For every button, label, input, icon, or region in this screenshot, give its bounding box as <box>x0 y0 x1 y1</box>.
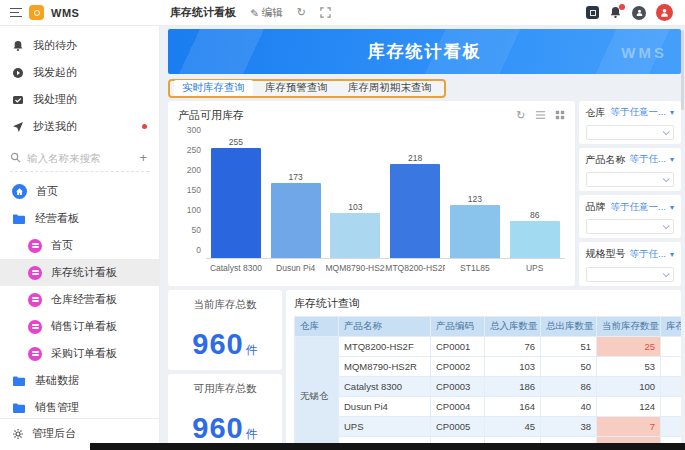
chart-title: 产品可用库存 <box>178 108 516 123</box>
stat-label: 当前库存总数 <box>168 298 282 312</box>
inventory-stats-table-card: 库存统计查询 仓库 产品名称 产品编码 总入库数量 总出库数量 当前库存数量 库… <box>286 290 681 450</box>
page-title: 库存统计看板 <box>170 5 236 20</box>
filter-operator[interactable]: 等于任... <box>630 248 666 261</box>
col-total-in[interactable]: 总入库数量 <box>485 316 541 336</box>
bell-icon <box>12 40 24 52</box>
topbar-left: WMS <box>0 5 160 20</box>
col-product-name[interactable]: 产品名称 <box>339 316 431 336</box>
stat-unit: 件 <box>246 427 258 441</box>
topbar: WMS 库存统计看板 ✎ 编辑 ↻ <box>0 0 685 26</box>
tab-realtime-inventory[interactable]: 实时库存查询 <box>174 80 253 96</box>
admin-console-label: 管理后台 <box>32 426 76 441</box>
col-current-stock[interactable]: 当前库存数量 <box>597 316 661 336</box>
filter-operator[interactable]: 等于任意一... <box>610 106 666 119</box>
app-logo-icon[interactable] <box>29 5 44 20</box>
bar-chart: 300250 200150 10050 0 255 173 103 218 12… <box>178 129 565 260</box>
filter-select[interactable] <box>586 219 674 234</box>
fullscreen-icon[interactable] <box>320 7 331 18</box>
filter-select[interactable] <box>586 267 674 282</box>
filter-select[interactable] <box>586 125 674 140</box>
x-axis-labels: Catalyst 8300Dusun Pi4 MQM8790-HS2RMTQ82… <box>206 260 565 273</box>
banner-title: 库存统计看板 <box>368 40 482 63</box>
apps-icon[interactable] <box>586 6 599 19</box>
caret-down-icon[interactable]: ▾ <box>670 250 674 259</box>
sidebar-item-label: 采购订单看板 <box>51 346 117 361</box>
sidebar-item-inventory-stats-dashboard[interactable]: 库存统计看板 <box>0 259 159 286</box>
sidebar-group-label: 销售管理 <box>35 400 79 415</box>
user-avatar[interactable] <box>656 4 673 21</box>
task-icon <box>12 94 24 106</box>
add-icon[interactable]: + <box>139 150 149 165</box>
sidebar-item-label: 我发起的 <box>33 65 147 80</box>
chevron-down-icon <box>663 223 670 230</box>
table-row[interactable]: Catalyst 8300 CP0003 186 86 100 0 <box>295 376 682 396</box>
sidebar-group-dashboards[interactable]: 经营看板 <box>0 205 159 232</box>
sidebar-item-initiated-by-me[interactable]: 我发起的 <box>0 59 159 86</box>
refresh-icon[interactable]: ↻ <box>297 7 306 18</box>
chart-bar[interactable] <box>330 213 380 257</box>
chart-bar[interactable] <box>271 183 321 257</box>
y-axis: 300250 200150 10050 0 <box>178 125 206 256</box>
filter-operator[interactable]: 等于任... <box>630 153 666 166</box>
tab-inventory-warning[interactable]: 库存预警查询 <box>257 80 336 96</box>
sidebar-item-label: 抄送我的 <box>33 119 133 134</box>
chart-bar[interactable] <box>211 148 261 258</box>
chart-bar[interactable] <box>390 164 440 258</box>
table-row[interactable]: Dusun Pi4 CP0004 164 40 124 0 <box>295 396 682 416</box>
play-circle-icon <box>12 67 24 79</box>
menu-icon[interactable] <box>10 8 22 17</box>
home-icon <box>12 184 27 199</box>
table-row[interactable]: MQM8790-HS2R CP0002 103 50 53 0 <box>295 356 682 376</box>
tab-period-inventory[interactable]: 库存周初期末查询 <box>340 80 440 96</box>
table-row[interactable]: 无锡仓 MTQ8200-HS2F CP0001 76 51 25 0 <box>295 336 682 356</box>
chart-bar[interactable] <box>510 221 560 258</box>
sidebar-item-purchase-order-dashboard[interactable]: 采购订单看板 <box>0 340 159 367</box>
stats-column: 当前库存总数 960件 可用库存总数 960件 <box>168 290 282 450</box>
col-frozen-stock[interactable]: 库存冻结数量 <box>661 316 682 336</box>
table-header-row: 仓库 产品名称 产品编码 总入库数量 总出库数量 当前库存数量 库存冻结数量 当… <box>295 316 682 336</box>
edit-icon: ✎ <box>250 7 259 19</box>
sidebar-item-home-dashboard[interactable]: 首页 <box>0 232 159 259</box>
sidebar-item-cc-to-me[interactable]: 抄送我的 <box>0 113 159 140</box>
col-warehouse[interactable]: 仓库 <box>295 316 339 336</box>
sidebar-item-handled-by-me[interactable]: 我处理的 <box>0 86 159 113</box>
dashboard-icon <box>28 320 42 334</box>
filter-operator[interactable]: 等于任意一... <box>610 201 666 214</box>
main-content: 库存统计看板 WMS 实时库存查询 库存预警查询 库存周初期末查询 产品可用库存… <box>160 26 685 450</box>
caret-down-icon[interactable]: ▾ <box>670 155 674 164</box>
sidebar-item-sales-order-dashboard[interactable]: 销售订单看板 <box>0 313 159 340</box>
admin-console-button[interactable]: 管理后台 <box>0 418 159 441</box>
stat-value: 960 <box>192 328 243 360</box>
col-total-out[interactable]: 总出库数量 <box>541 316 597 336</box>
col-product-code[interactable]: 产品编码 <box>431 316 485 336</box>
filter-warehouse: 仓库 等于任意一... ▾ <box>579 101 681 144</box>
topbar-middle: 库存统计看板 ✎ 编辑 ↻ <box>160 5 586 20</box>
chart-refresh-icon[interactable]: ↻ <box>516 110 525 121</box>
sidebar-item-label: 我的待办 <box>33 38 147 53</box>
chart-bar[interactable] <box>450 205 500 258</box>
scrollbar[interactable] <box>681 30 684 110</box>
banner-watermark: WMS <box>621 43 667 60</box>
unread-badge <box>142 124 147 129</box>
filter-select[interactable] <box>586 172 674 187</box>
sidebar-item-home[interactable]: 首页 <box>0 178 159 205</box>
sidebar-item-label: 首页 <box>51 238 73 253</box>
table-row[interactable]: UPS CP0005 45 38 7 0 <box>295 416 682 436</box>
sidebar-group-basic-data[interactable]: 基础数据 <box>0 367 159 394</box>
bar-value-label: 86 <box>530 210 539 220</box>
search-input[interactable] <box>27 152 133 164</box>
dashboard-banner: 库存统计看板 WMS <box>168 29 681 74</box>
stat-value: 960 <box>192 412 243 444</box>
help-avatar-icon[interactable] <box>632 6 646 20</box>
caret-down-icon[interactable]: ▾ <box>670 108 674 117</box>
available-stock-total-card: 可用库存总数 960件 <box>168 374 282 450</box>
notification-bell-icon[interactable] <box>609 6 622 19</box>
sidebar-group-sales-management[interactable]: 销售管理 <box>0 394 159 421</box>
edit-button[interactable]: ✎ 编辑 <box>250 6 283 20</box>
sidebar-item-warehouse-dashboard[interactable]: 仓库经营看板 <box>0 286 159 313</box>
chart-grid-icon[interactable] <box>555 110 565 120</box>
chart-list-icon[interactable] <box>535 110 546 120</box>
sidebar-item-label: 我处理的 <box>33 92 147 107</box>
sidebar-item-my-todos[interactable]: 我的待办 <box>0 32 159 59</box>
caret-down-icon[interactable]: ▾ <box>670 203 674 212</box>
